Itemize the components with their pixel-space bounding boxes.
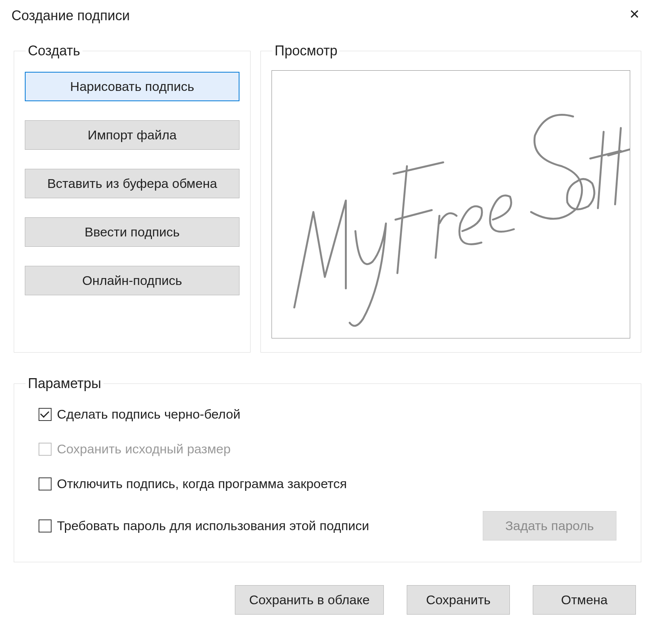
option-keep-size-row: Сохранить исходный размер (39, 442, 616, 456)
option-password-label: Требовать пароль для использования этой … (57, 518, 369, 533)
option-keep-size-checkbox (39, 443, 52, 456)
create-buttons: Нарисовать подпись Импорт файла Вставить… (25, 70, 239, 295)
set-password-button: Задать пароль (483, 511, 616, 540)
create-group: Создать Нарисовать подпись Импорт файла … (14, 43, 251, 353)
options-list: Сделать подпись черно-белой Сохранить ис… (25, 403, 630, 548)
top-row: Создать Нарисовать подпись Импорт файла … (14, 43, 641, 353)
options-legend: Параметры (26, 375, 104, 392)
preview-legend: Просмотр (272, 43, 340, 59)
type-signature-button[interactable]: Ввести подпись (25, 217, 239, 247)
footer-buttons: Сохранить в облаке Сохранить Отмена (11, 585, 644, 615)
close-icon[interactable]: ✕ (625, 8, 644, 21)
paste-clipboard-button[interactable]: Вставить из буфера обмена (25, 169, 239, 198)
signature-preview-canvas[interactable] (272, 70, 630, 338)
option-keep-size-label: Сохранить исходный размер (57, 442, 231, 456)
option-discard-label: Отключить подпись, когда программа закро… (57, 476, 347, 491)
dialog-title: Создание подписи (11, 8, 130, 24)
option-password-row: Требовать пароль для использования этой … (39, 511, 616, 540)
option-bw-checkbox[interactable] (39, 408, 52, 421)
option-bw-label: Сделать подпись черно-белой (57, 407, 240, 422)
option-bw-row: Сделать подпись черно-белой (39, 407, 616, 422)
draw-signature-button[interactable]: Нарисовать подпись (25, 72, 239, 101)
cancel-button[interactable]: Отмена (533, 585, 636, 615)
option-discard-checkbox[interactable] (39, 477, 52, 490)
option-discard-row: Отключить подпись, когда программа закро… (39, 476, 616, 491)
create-legend: Создать (26, 43, 82, 59)
signature-drawing (272, 71, 630, 338)
options-group: Параметры Сделать подпись черно-белой Со… (14, 375, 641, 562)
save-cloud-button[interactable]: Сохранить в облаке (235, 585, 384, 615)
save-button[interactable]: Сохранить (407, 585, 510, 615)
online-signature-button[interactable]: Онлайн-подпись (25, 266, 239, 295)
title-bar: Создание подписи ✕ (11, 8, 644, 24)
import-file-button[interactable]: Импорт файла (25, 120, 239, 150)
preview-group: Просмотр (260, 43, 641, 353)
option-password-checkbox[interactable] (39, 519, 52, 532)
